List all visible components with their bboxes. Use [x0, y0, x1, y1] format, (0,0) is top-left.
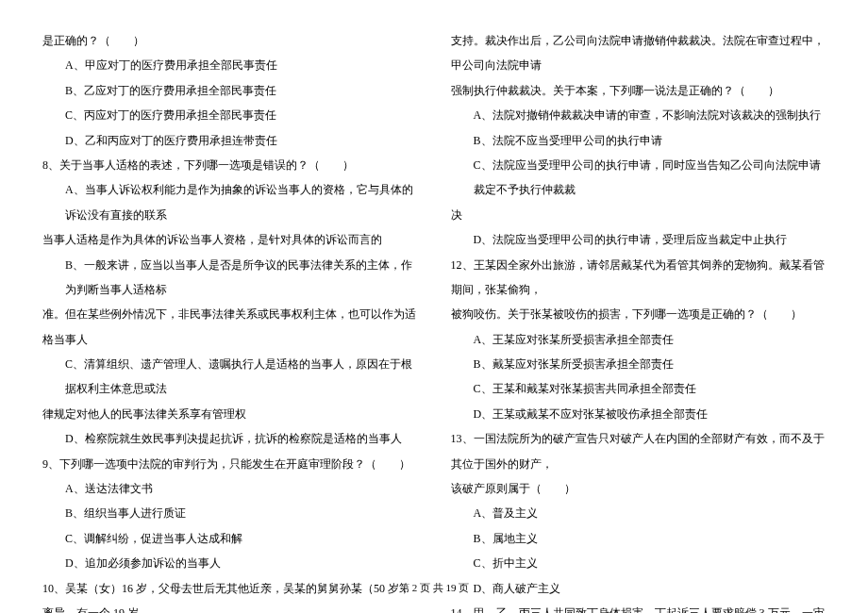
text-line: A、王某应对张某所受损害承担全部责任: [451, 327, 826, 352]
text-line: 该破产原则属于（ ）: [451, 476, 826, 501]
text-line: C、清算组织、遗产管理人、遗嘱执行人是适格的当事人，原因在于根据权利主体意思或法: [42, 352, 418, 402]
text-line: 13、一国法院所为的破产宣告只对破产人在内国的全部财产有效，而不及于其位于国外的…: [451, 426, 826, 476]
text-line: 8、关于当事人适格的表述，下列哪一选项是错误的？（ ）: [42, 153, 418, 177]
text-line: C、折中主义: [451, 551, 826, 575]
text-line: A、普及主义: [451, 501, 826, 525]
left-column: 是正确的？（ ）A、甲应对丁的医疗费用承担全部民事责任B、乙应对丁的医疗费用承担…: [42, 28, 418, 575]
text-line: A、当事人诉讼权利能力是作为抽象的诉讼当事人的资格，它与具体的诉讼没有直接的联系: [42, 177, 418, 227]
text-line: 14、甲、乙、丙三人共同致丁身体损害，丁起诉三人要求赔偿 3 万元。一审法院经审…: [451, 601, 826, 613]
text-line: 强制执行仲裁裁决。关于本案，下列哪一说法是正确的？（ ）: [451, 78, 826, 103]
text-line: C、调解纠纷，促进当事人达成和解: [42, 526, 418, 551]
text-line: 决: [451, 203, 826, 227]
text-line: 9、下列哪一选项中法院的审判行为，只能发生在开庭审理阶段？（ ）: [42, 452, 418, 476]
text-line: 是正确的？（ ）: [42, 28, 418, 53]
page-container: 是正确的？（ ）A、甲应对丁的医疗费用承担全部民事责任B、乙应对丁的医疗费用承担…: [42, 28, 826, 575]
text-line: B、法院不应当受理甲公司的执行申请: [451, 128, 826, 153]
text-line: D、法院应当受理甲公司的执行申请，受理后应当裁定中止执行: [451, 227, 826, 252]
text-line: A、甲应对丁的医疗费用承担全部民事责任: [42, 53, 418, 77]
text-line: 12、王某因全家外出旅游，请邻居戴某代为看管其饲养的宠物狗。戴某看管期间，张某偷…: [451, 253, 826, 303]
text-line: B、乙应对丁的医疗费用承担全部民事责任: [42, 78, 418, 103]
text-line: 准。但在某些例外情况下，非民事法律关系或民事权利主体，也可以作为适格当事人: [42, 302, 418, 352]
text-line: C、丙应对丁的医疗费用承担全部民事责任: [42, 103, 418, 127]
text-line: B、一般来讲，应当以当事人是否是所争议的民事法律关系的主体，作为判断当事人适格标: [42, 253, 418, 303]
text-line: 当事人适格是作为具体的诉讼当事人资格，是针对具体的诉讼而言的: [42, 227, 418, 252]
text-line: D、乙和丙应对丁的医疗费用承担连带责任: [42, 128, 418, 153]
page-footer: 第 2 页 共 19 页: [0, 576, 868, 599]
text-line: A、法院对撤销仲裁裁决申请的审查，不影响法院对该裁决的强制执行: [451, 103, 826, 127]
text-line: C、王某和戴某对张某损害共同承担全部责任: [451, 376, 826, 401]
text-line: 被狗咬伤。关于张某被咬伤的损害，下列哪一选项是正确的？（ ）: [451, 302, 826, 326]
text-line: B、属地主义: [451, 526, 826, 551]
text-line: B、戴某应对张某所受损害承担全部责任: [451, 352, 826, 376]
text-line: 支持。裁决作出后，乙公司向法院申请撤销仲裁裁决。法院在审查过程中，甲公司向法院申…: [451, 28, 826, 78]
text-line: A、送达法律文书: [42, 476, 418, 501]
text-line: D、追加必须参加诉讼的当事人: [42, 551, 418, 575]
right-column: 支持。裁决作出后，乙公司向法院申请撤销仲裁裁决。法院在审查过程中，甲公司向法院申…: [451, 28, 826, 575]
text-line: C、法院应当受理甲公司的执行申请，同时应当告知乙公司向法院申请裁定不予执行仲裁裁: [451, 153, 826, 203]
text-line: B、组织当事人进行质证: [42, 501, 418, 525]
text-line: D、检察院就生效民事判决提起抗诉，抗诉的检察院是适格的当事人: [42, 426, 418, 451]
text-line: D、王某或戴某不应对张某被咬伤承担全部责任: [451, 402, 826, 426]
text-line: 律规定对他人的民事法律关系享有管理权: [42, 402, 418, 426]
